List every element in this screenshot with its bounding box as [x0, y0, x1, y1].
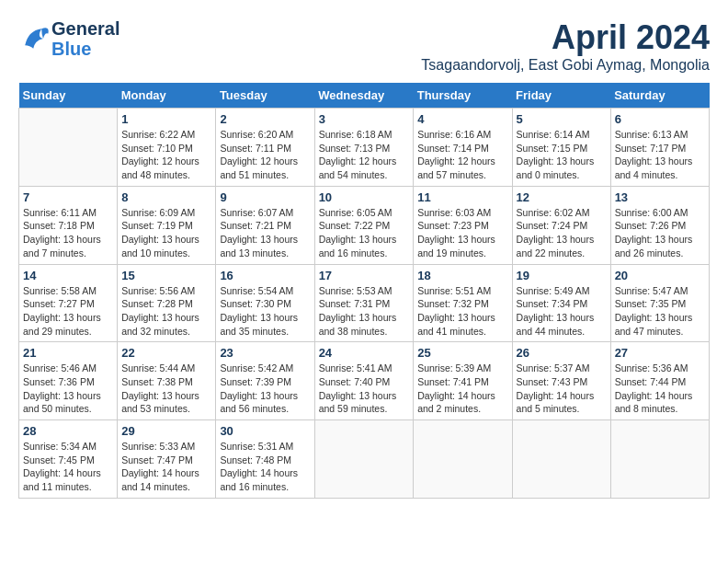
day-info: Sunrise: 6:07 AMSunset: 7:21 PMDaylight:… — [220, 206, 310, 260]
calendar-day-cell: 14 Sunrise: 5:58 AMSunset: 7:27 PMDaylig… — [19, 264, 118, 342]
day-number: 12 — [517, 190, 607, 204]
calendar-week-row: 7 Sunrise: 6:11 AMSunset: 7:18 PMDayligh… — [19, 186, 710, 264]
day-number: 16 — [220, 269, 310, 282]
calendar-day-cell: 10 Sunrise: 6:05 AMSunset: 7:22 PMDaylig… — [314, 186, 414, 264]
page-header: General Blue April 2024 Tsagaandorvolj, … — [18, 18, 710, 74]
day-info: Sunrise: 5:33 AMSunset: 7:47 PMDaylight:… — [121, 440, 211, 494]
calendar-day-cell: 20 Sunrise: 5:47 AMSunset: 7:35 PMDaylig… — [610, 264, 709, 342]
day-info: Sunrise: 5:58 AMSunset: 7:27 PMDaylight:… — [23, 284, 113, 339]
day-number: 5 — [517, 112, 607, 126]
weekday-header: Saturday — [610, 83, 709, 109]
weekday-header: Wednesday — [314, 83, 414, 109]
day-info: Sunrise: 6:11 AMSunset: 7:18 PMDaylight:… — [23, 206, 113, 260]
month-title: April 2024 — [421, 18, 710, 57]
day-info: Sunrise: 6:09 AMSunset: 7:19 PMDaylight:… — [121, 206, 211, 260]
calendar-day-cell: 12 Sunrise: 6:02 AMSunset: 7:24 PMDaylig… — [512, 186, 610, 264]
calendar-day-cell: 15 Sunrise: 5:56 AMSunset: 7:28 PMDaylig… — [118, 264, 216, 342]
day-number: 24 — [319, 346, 410, 360]
calendar-day-cell: 5 Sunrise: 6:14 AMSunset: 7:15 PMDayligh… — [512, 109, 610, 187]
day-number: 7 — [23, 190, 113, 204]
title-block: April 2024 Tsagaandorvolj, East Gobi Aym… — [421, 18, 710, 74]
day-info: Sunrise: 5:56 AMSunset: 7:28 PMDaylight:… — [121, 284, 211, 339]
calendar-day-cell: 1 Sunrise: 6:22 AMSunset: 7:10 PMDayligh… — [118, 109, 216, 187]
calendar-day-cell: 16 Sunrise: 5:54 AMSunset: 7:30 PMDaylig… — [216, 264, 314, 342]
calendar-day-cell: 24 Sunrise: 5:41 AMSunset: 7:40 PMDaylig… — [314, 342, 414, 420]
day-number: 29 — [121, 424, 211, 438]
day-number: 6 — [615, 112, 705, 126]
calendar-day-cell: 28 Sunrise: 5:34 AMSunset: 7:45 PMDaylig… — [19, 420, 118, 499]
day-number: 23 — [220, 346, 310, 360]
calendar-day-cell: 2 Sunrise: 6:20 AMSunset: 7:11 PMDayligh… — [216, 109, 314, 187]
calendar-day-cell: 18 Sunrise: 5:51 AMSunset: 7:32 PMDaylig… — [414, 264, 512, 342]
calendar-day-cell — [414, 420, 512, 499]
day-number: 9 — [220, 190, 310, 204]
calendar-day-cell — [314, 420, 414, 499]
day-info: Sunrise: 5:37 AMSunset: 7:43 PMDaylight:… — [517, 362, 607, 416]
calendar-day-cell: 17 Sunrise: 5:53 AMSunset: 7:31 PMDaylig… — [314, 264, 414, 342]
day-info: Sunrise: 5:39 AMSunset: 7:41 PMDaylight:… — [417, 362, 507, 416]
calendar-week-row: 21 Sunrise: 5:46 AMSunset: 7:36 PMDaylig… — [19, 342, 710, 420]
calendar-day-cell: 30 Sunrise: 5:31 AMSunset: 7:48 PMDaylig… — [216, 420, 314, 499]
day-number: 22 — [121, 346, 211, 360]
day-info: Sunrise: 6:22 AMSunset: 7:10 PMDaylight:… — [121, 128, 211, 182]
calendar-day-cell — [512, 420, 610, 499]
day-info: Sunrise: 5:54 AMSunset: 7:30 PMDaylight:… — [220, 284, 310, 339]
day-info: Sunrise: 6:00 AMSunset: 7:26 PMDaylight:… — [615, 206, 705, 260]
weekday-header: Friday — [512, 83, 610, 109]
day-number: 11 — [417, 190, 507, 204]
calendar-day-cell: 6 Sunrise: 6:13 AMSunset: 7:17 PMDayligh… — [610, 109, 709, 187]
calendar-day-cell: 21 Sunrise: 5:46 AMSunset: 7:36 PMDaylig… — [19, 342, 118, 420]
day-number: 10 — [319, 190, 410, 204]
logo-bird-icon — [18, 22, 51, 55]
day-info: Sunrise: 5:53 AMSunset: 7:31 PMDaylight:… — [319, 284, 410, 339]
day-number: 27 — [615, 346, 705, 360]
calendar-day-cell: 3 Sunrise: 6:18 AMSunset: 7:13 PMDayligh… — [314, 109, 414, 187]
calendar-week-row: 14 Sunrise: 5:58 AMSunset: 7:27 PMDaylig… — [19, 264, 710, 342]
weekday-header: Monday — [118, 83, 216, 109]
calendar-day-cell — [19, 109, 118, 187]
day-number: 19 — [517, 269, 607, 282]
day-info: Sunrise: 6:03 AMSunset: 7:23 PMDaylight:… — [417, 206, 507, 260]
calendar-day-cell: 23 Sunrise: 5:42 AMSunset: 7:39 PMDaylig… — [216, 342, 314, 420]
calendar-day-cell: 4 Sunrise: 6:16 AMSunset: 7:14 PMDayligh… — [414, 109, 512, 187]
calendar-day-cell: 7 Sunrise: 6:11 AMSunset: 7:18 PMDayligh… — [19, 186, 118, 264]
day-info: Sunrise: 5:51 AMSunset: 7:32 PMDaylight:… — [417, 284, 507, 339]
day-info: Sunrise: 6:20 AMSunset: 7:11 PMDaylight:… — [220, 128, 310, 182]
calendar-week-row: 28 Sunrise: 5:34 AMSunset: 7:45 PMDaylig… — [19, 420, 710, 499]
day-info: Sunrise: 6:13 AMSunset: 7:17 PMDaylight:… — [615, 128, 705, 182]
calendar-day-cell: 19 Sunrise: 5:49 AMSunset: 7:34 PMDaylig… — [512, 264, 610, 342]
day-info: Sunrise: 6:02 AMSunset: 7:24 PMDaylight:… — [517, 206, 607, 260]
logo: General Blue — [18, 18, 119, 59]
location-title: Tsagaandorvolj, East Gobi Aymag, Mongoli… — [421, 57, 710, 74]
day-number: 17 — [319, 269, 410, 282]
logo-text: General Blue — [51, 18, 119, 59]
day-info: Sunrise: 5:46 AMSunset: 7:36 PMDaylight:… — [23, 362, 113, 416]
calendar-day-cell: 9 Sunrise: 6:07 AMSunset: 7:21 PMDayligh… — [216, 186, 314, 264]
weekday-header: Tuesday — [216, 83, 314, 109]
calendar-day-cell — [610, 420, 709, 499]
day-number: 3 — [319, 112, 410, 126]
day-number: 14 — [23, 269, 113, 282]
day-number: 18 — [417, 269, 507, 282]
day-info: Sunrise: 5:31 AMSunset: 7:48 PMDaylight:… — [220, 440, 310, 494]
day-info: Sunrise: 5:47 AMSunset: 7:35 PMDaylight:… — [615, 284, 705, 339]
day-number: 28 — [23, 424, 113, 438]
day-number: 20 — [615, 269, 705, 282]
day-info: Sunrise: 5:44 AMSunset: 7:38 PMDaylight:… — [121, 362, 211, 416]
weekday-header: Sunday — [19, 83, 118, 109]
day-info: Sunrise: 5:41 AMSunset: 7:40 PMDaylight:… — [319, 362, 410, 416]
day-number: 26 — [517, 346, 607, 360]
day-number: 4 — [417, 112, 507, 126]
calendar-day-cell: 25 Sunrise: 5:39 AMSunset: 7:41 PMDaylig… — [414, 342, 512, 420]
calendar-table: SundayMondayTuesdayWednesdayThursdayFrid… — [18, 83, 710, 499]
day-info: Sunrise: 6:05 AMSunset: 7:22 PMDaylight:… — [319, 206, 410, 260]
day-number: 13 — [615, 190, 705, 204]
day-number: 30 — [220, 424, 310, 438]
calendar-day-cell: 13 Sunrise: 6:00 AMSunset: 7:26 PMDaylig… — [610, 186, 709, 264]
calendar-day-cell: 11 Sunrise: 6:03 AMSunset: 7:23 PMDaylig… — [414, 186, 512, 264]
calendar-week-row: 1 Sunrise: 6:22 AMSunset: 7:10 PMDayligh… — [19, 109, 710, 187]
calendar-day-cell: 27 Sunrise: 5:36 AMSunset: 7:44 PMDaylig… — [610, 342, 709, 420]
day-info: Sunrise: 5:49 AMSunset: 7:34 PMDaylight:… — [517, 284, 607, 339]
day-info: Sunrise: 6:16 AMSunset: 7:14 PMDaylight:… — [417, 128, 507, 182]
day-info: Sunrise: 5:36 AMSunset: 7:44 PMDaylight:… — [615, 362, 705, 416]
